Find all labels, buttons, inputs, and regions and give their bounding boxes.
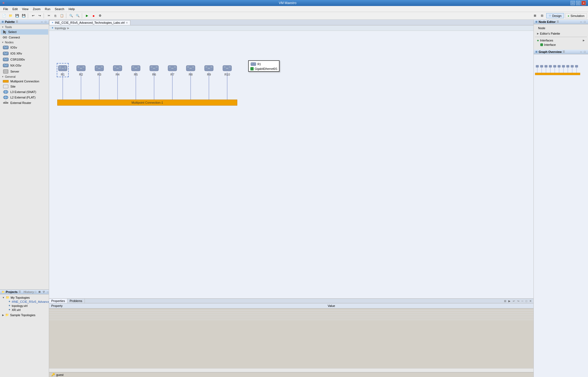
toolbar-save2[interactable]: 💾 bbox=[21, 13, 27, 19]
menu-search[interactable]: Search bbox=[53, 7, 67, 11]
prop-ctrl-close[interactable]: ✕ bbox=[529, 299, 532, 303]
simulation-button[interactable]: ● Simulation bbox=[565, 13, 587, 18]
go-min[interactable]: ─ bbox=[579, 50, 583, 53]
proj-ctrl1[interactable]: □ bbox=[34, 290, 37, 294]
r4-icon bbox=[113, 64, 122, 72]
toolbar-undo[interactable]: ↩ bbox=[30, 13, 36, 19]
svg-rect-44 bbox=[64, 67, 66, 67]
proj-file-xr[interactable]: ✦ XR.virl bbox=[7, 308, 47, 312]
palette-min[interactable]: ─ bbox=[40, 20, 43, 23]
go-max[interactable]: □ bbox=[583, 50, 586, 53]
ne-max[interactable]: □ bbox=[583, 20, 586, 23]
general-section-header[interactable]: General bbox=[1, 74, 48, 79]
close-button[interactable]: ✕ bbox=[581, 1, 586, 5]
toolbar-layout1[interactable]: ⊞ bbox=[532, 13, 538, 19]
toolbar-layout2[interactable]: ⊟ bbox=[539, 13, 545, 19]
toolbar-copy[interactable]: ⎘ bbox=[52, 13, 58, 19]
topology-node-r2[interactable]: R2 bbox=[76, 64, 86, 76]
toolbar-stop[interactable]: ■ bbox=[91, 13, 97, 19]
problems-tab[interactable]: Problems bbox=[67, 299, 85, 303]
general-l2ext[interactable]: L2 External (FLAT) bbox=[1, 95, 48, 100]
ne-interface-item[interactable]: Interface bbox=[536, 43, 586, 47]
ne-min[interactable]: ─ bbox=[579, 20, 583, 23]
topology-node-r9[interactable]: R9 bbox=[204, 64, 214, 76]
node-iosxrv[interactable]: IOS XRv bbox=[1, 50, 48, 56]
prop-ctrl1[interactable]: ⊞ bbox=[503, 299, 507, 303]
general-site[interactable]: Site bbox=[1, 84, 48, 89]
proj-ctrl3[interactable]: ▽ bbox=[42, 290, 46, 294]
my-topologies-header[interactable]: ▼ 📁 My Topologies bbox=[2, 295, 47, 300]
svg-rect-18 bbox=[5, 65, 7, 66]
toolbar-zoomout[interactable]: 🔍 bbox=[75, 13, 81, 19]
nodes-section-header[interactable]: Nodes bbox=[1, 40, 48, 44]
topology-node-r4[interactable]: R4 bbox=[113, 64, 122, 76]
toolbar-redo[interactable]: ↪ bbox=[37, 13, 43, 19]
prop-ctrl3[interactable]: ↩ bbox=[512, 299, 516, 303]
sep2 bbox=[44, 13, 45, 18]
node-server[interactable]: Server bbox=[1, 68, 48, 74]
tool-select[interactable]: Select bbox=[1, 29, 48, 35]
proj-ctrl2[interactable]: ⊞ bbox=[38, 290, 41, 294]
node-csr1000v[interactable]: CSR1000v bbox=[1, 56, 48, 62]
nxosv-icon bbox=[3, 63, 9, 68]
properties-scrollbar[interactable] bbox=[49, 368, 533, 372]
svg-rect-55 bbox=[98, 68, 100, 69]
toolbar-open[interactable]: 📁 bbox=[8, 13, 14, 19]
proj-file-topology[interactable]: ✦ topology.virl bbox=[7, 304, 47, 308]
node-nxosv[interactable]: NX-OSv bbox=[1, 62, 48, 68]
multipoint-label: Multipoint Connection bbox=[10, 80, 39, 83]
multipoint-bar[interactable]: Multipoint Connection-1 bbox=[57, 100, 237, 106]
design-button[interactable]: ⊹ Design bbox=[546, 13, 564, 18]
prop-ctrl4[interactable]: ↪ bbox=[516, 299, 520, 303]
topology-node-r8[interactable]: R8 bbox=[186, 64, 196, 76]
nxosv-label: NX-OSv bbox=[10, 64, 21, 67]
palette-max[interactable]: □ bbox=[44, 20, 47, 23]
maximize-button[interactable]: □ bbox=[576, 1, 580, 5]
toolbar-zoomin[interactable]: 🔍 bbox=[68, 13, 74, 19]
title-bar-left: ✕ bbox=[2, 1, 5, 5]
node-iosv[interactable]: IOSv bbox=[1, 44, 48, 50]
sample-topologies-header[interactable]: ▶ 📁 Sample Topologies bbox=[2, 313, 47, 317]
l3ext-icon bbox=[3, 90, 9, 94]
topology-node-r10[interactable]: R10 bbox=[222, 64, 232, 76]
topology-node-r3[interactable]: R3 bbox=[94, 64, 104, 76]
proj-file-ine[interactable]: ✦ #INE_CCIE_RSv5_Advanced_Technologies_L… bbox=[7, 300, 47, 304]
prop-ctrl5[interactable]: ─ bbox=[521, 299, 524, 303]
topology-node-r7[interactable]: R7 bbox=[167, 64, 177, 76]
toolbar-paste[interactable]: 📋 bbox=[59, 13, 65, 19]
topology-node-r5[interactable]: R5 bbox=[131, 64, 141, 76]
menu-zoom[interactable]: Zoom bbox=[31, 7, 43, 11]
node-editor-title: Node Editor bbox=[539, 20, 556, 23]
prop-ctrl2[interactable]: ▶ bbox=[508, 299, 511, 303]
ne-node-item[interactable]: Node bbox=[536, 26, 586, 30]
toolbar-extra[interactable]: ⚙ bbox=[97, 13, 103, 19]
toolbar-cut[interactable]: ✂ bbox=[46, 13, 52, 19]
proj-ctrl4[interactable]: ─ bbox=[46, 290, 49, 294]
tools-section-header[interactable]: Tools bbox=[1, 25, 48, 29]
menu-file[interactable]: File bbox=[1, 7, 10, 11]
ne-editor-palette-label: Editor's Palette bbox=[540, 32, 560, 35]
menu-edit[interactable]: Edit bbox=[10, 7, 20, 11]
main-tab-ine[interactable]: ✦ INE_CCIE_RSv5_Advanced_Technologies_La… bbox=[49, 20, 130, 25]
properties-tab[interactable]: Properties bbox=[49, 299, 67, 303]
menu-view[interactable]: View bbox=[20, 7, 31, 11]
general-l3ext[interactable]: L3 External (SNAT) bbox=[1, 89, 48, 95]
tab-close-ine[interactable]: ✕ bbox=[126, 21, 128, 24]
topology-node-r1[interactable]: R1 bbox=[58, 64, 68, 76]
prop-ctrl6[interactable]: □ bbox=[525, 299, 528, 303]
graph-overview-canvas[interactable] bbox=[534, 54, 588, 377]
toolbar-new[interactable]: 📄 bbox=[1, 13, 7, 19]
general-extrouter[interactable]: External Router bbox=[1, 100, 48, 106]
toolbar-save[interactable]: 💾 bbox=[14, 13, 20, 19]
toolbar-run[interactable]: ▶ bbox=[84, 13, 90, 19]
general-multipoint[interactable]: Multipoint Connection bbox=[1, 79, 48, 84]
topology-node-r6[interactable]: R6 bbox=[149, 64, 159, 76]
menu-help[interactable]: Help bbox=[67, 7, 77, 11]
history-tab-inactive[interactable]: History bbox=[23, 290, 34, 294]
tool-connect[interactable]: Connect bbox=[1, 35, 48, 40]
r1-interface-label: GigabitEthernet0/1 bbox=[255, 67, 277, 70]
menu-run[interactable]: Run bbox=[43, 7, 52, 11]
projects-badge: ☰ bbox=[19, 291, 21, 293]
minimize-button[interactable]: ─ bbox=[571, 1, 575, 5]
r1-icon bbox=[58, 64, 68, 72]
